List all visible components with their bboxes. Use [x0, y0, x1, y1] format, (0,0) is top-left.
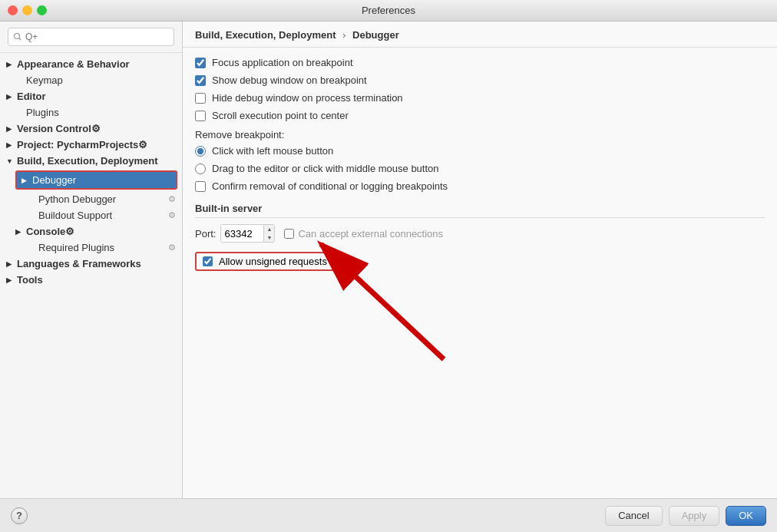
gear-icon: ⚙ — [65, 226, 74, 237]
search-box — [0, 21, 182, 53]
focus-breakpoint-checkbox[interactable] — [195, 58, 206, 68]
sidebar-item-label: Keymap — [26, 74, 176, 86]
allow-unsigned-checkbox[interactable] — [203, 256, 213, 266]
sidebar-item-label: Tools — [17, 274, 43, 286]
sidebar-item-label: Plugins — [26, 107, 176, 118]
scroll-execution-label: Scroll execution point to center — [212, 110, 349, 121]
external-conn-checkbox[interactable] — [284, 229, 294, 239]
content-wrapper: Build, Execution, Deployment › Debugger … — [183, 21, 777, 498]
option-scroll-execution: Scroll execution point to center — [195, 110, 765, 121]
allow-unsigned-label: Allow unsigned requests — [219, 256, 327, 267]
sidebar-item-label: Build, Execution, Deployment — [17, 155, 157, 167]
breadcrumb-section: Build, Execution, Deployment — [195, 29, 336, 41]
hide-debug-window-checkbox[interactable] — [195, 93, 206, 104]
hide-debug-window-label: Hide debug window on process termination — [212, 92, 403, 104]
sidebar-item-python-debugger[interactable]: Python Debugger ⚙ — [0, 191, 182, 207]
allow-unsigned-wrap: Allow unsigned requests — [195, 252, 335, 271]
port-input[interactable] — [221, 225, 263, 242]
sidebar-item-label: Editor — [17, 91, 46, 102]
drag-editor-label: Drag to the editor or click with middle … — [212, 163, 439, 174]
chevron-right-icon: ▶ — [6, 260, 15, 268]
main-content: ▶ Appearance & Behavior Keymap ▶ Editor … — [0, 21, 777, 498]
sidebar-item-debugger[interactable]: ▶ Debugger — [15, 170, 177, 190]
scroll-execution-checkbox[interactable] — [195, 111, 206, 121]
title-bar: Preferences — [0, 0, 777, 21]
content-header: Build, Execution, Deployment › Debugger — [183, 21, 777, 48]
sidebar-item-languages[interactable]: ▶ Languages & Frameworks — [0, 256, 182, 272]
sidebar-nav: ▶ Appearance & Behavior Keymap ▶ Editor … — [0, 53, 182, 498]
breadcrumb: Build, Execution, Deployment › Debugger — [195, 29, 399, 41]
search-input[interactable] — [8, 28, 174, 46]
gear-icon: ⚙ — [168, 194, 176, 204]
sidebar: ▶ Appearance & Behavior Keymap ▶ Editor … — [0, 21, 183, 498]
close-button[interactable] — [8, 5, 18, 15]
sidebar-item-label: Version Control — [17, 123, 91, 134]
sidebar-item-version-control[interactable]: ▶ Version Control ⚙ — [0, 121, 182, 137]
sidebar-item-label: Appearance & Behavior — [17, 58, 130, 70]
option-confirm-removal: Confirm removal of conditional or loggin… — [195, 180, 765, 192]
chevron-right-icon: ▶ — [15, 228, 25, 236]
sidebar-item-required-plugins[interactable]: Required Plugins ⚙ — [0, 240, 182, 256]
external-conn-label: Can accept external connections — [298, 228, 443, 240]
focus-breakpoint-label: Focus application on breakpoint — [212, 57, 353, 68]
sidebar-item-editor[interactable]: ▶ Editor — [0, 88, 182, 104]
click-left-radio[interactable] — [195, 146, 206, 157]
chevron-down-icon: ▼ — [6, 157, 15, 165]
bottom-bar: ? Cancel Apply OK — [0, 498, 777, 532]
option-focus-breakpoint: Focus application on breakpoint — [195, 57, 765, 68]
drag-editor-radio[interactable] — [195, 164, 206, 174]
confirm-removal-checkbox[interactable] — [195, 181, 206, 192]
port-label: Port: — [195, 228, 216, 240]
content-area: Build, Execution, Deployment › Debugger … — [183, 21, 777, 498]
chevron-right-icon: ▶ — [6, 276, 15, 284]
breadcrumb-current: Debugger — [352, 29, 399, 41]
window-controls — [8, 5, 47, 15]
apply-button[interactable]: Apply — [669, 506, 720, 526]
breadcrumb-separator: › — [342, 29, 346, 41]
sidebar-item-console[interactable]: ▶ Console ⚙ — [0, 223, 182, 240]
ok-button[interactable]: OK — [726, 506, 766, 526]
maximize-button[interactable] — [37, 5, 47, 15]
sidebar-item-plugins[interactable]: Plugins — [0, 104, 182, 121]
sidebar-item-tools[interactable]: ▶ Tools — [0, 272, 182, 288]
show-debug-window-checkbox[interactable] — [195, 75, 206, 86]
gear-icon: ⚙ — [168, 243, 176, 253]
port-input-wrap: ▲ ▼ — [220, 224, 275, 243]
chevron-right-icon: ▶ — [6, 61, 15, 68]
chevron-right-icon: ▶ — [6, 141, 15, 149]
port-spinner: ▲ ▼ — [263, 225, 274, 242]
chevron-right-icon: ▶ — [21, 177, 31, 184]
sidebar-item-buildout-support[interactable]: Buildout Support ⚙ — [0, 207, 182, 223]
sidebar-item-label: Debugger — [32, 174, 170, 186]
sidebar-item-keymap[interactable]: Keymap — [0, 72, 182, 88]
sidebar-item-label: Python Debugger — [38, 193, 165, 205]
remove-breakpoint-section-label: Remove breakpoint: — [195, 129, 765, 140]
gear-icon: ⚙ — [138, 139, 147, 150]
sidebar-item-label: Languages & Frameworks — [17, 258, 141, 269]
cancel-button[interactable]: Cancel — [605, 506, 662, 526]
action-buttons: Cancel Apply OK — [605, 506, 766, 526]
content-body: Focus application on breakpoint Show deb… — [183, 48, 777, 498]
sidebar-item-label: Project: PycharmProjects — [17, 139, 138, 150]
built-in-server-section: Built-in server Port: ▲ ▼ Can a — [195, 203, 765, 271]
option-hide-debug-window: Hide debug window on process termination — [195, 92, 765, 104]
confirm-removal-label: Confirm removal of conditional or loggin… — [212, 180, 448, 192]
sidebar-item-build-execution[interactable]: ▼ Build, Execution, Deployment — [0, 153, 182, 169]
port-spinner-up[interactable]: ▲ — [264, 225, 274, 233]
sidebar-item-label: Console — [26, 226, 65, 237]
chevron-right-icon: ▶ — [6, 93, 15, 101]
sidebar-item-appearance[interactable]: ▶ Appearance & Behavior — [0, 56, 182, 72]
show-debug-window-label: Show debug window on breakpoint — [212, 74, 367, 86]
external-conn-check: Can accept external connections — [284, 228, 443, 240]
window-title: Preferences — [362, 5, 415, 16]
minimize-button[interactable] — [22, 5, 32, 15]
option-show-debug-window: Show debug window on breakpoint — [195, 74, 765, 86]
sidebar-item-label: Required Plugins — [38, 242, 165, 253]
help-button[interactable]: ? — [11, 507, 28, 524]
chevron-right-icon: ▶ — [6, 125, 15, 133]
click-left-label: Click with left mouse button — [212, 145, 333, 157]
port-spinner-down[interactable]: ▼ — [264, 233, 274, 242]
port-row: Port: ▲ ▼ Can accept external connection… — [195, 224, 765, 243]
sidebar-item-project[interactable]: ▶ Project: PycharmProjects ⚙ — [0, 137, 182, 153]
gear-icon: ⚙ — [91, 123, 101, 134]
